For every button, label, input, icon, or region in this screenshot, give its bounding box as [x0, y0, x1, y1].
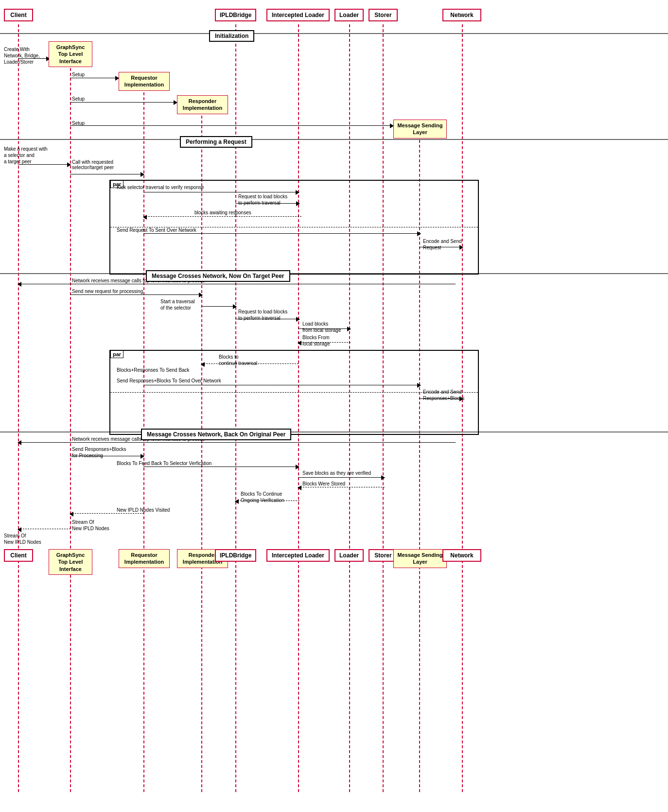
loader-label-top: Loader [339, 12, 359, 18]
blocks-continue-label: Blocks tocontinue traversal [219, 354, 272, 366]
sequence-diagram: Client IPLDBridge Intercepted Loader Loa… [0, 0, 668, 812]
actor-intercepted-top: Intercepted Loader [266, 9, 330, 21]
graphsync-bottom: GraphSyncTop LevelInterface [49, 549, 92, 575]
arrow-send-new-request [70, 294, 202, 295]
arrow-send-request [143, 233, 421, 234]
arrow-stream-ipld [18, 529, 70, 529]
blocks-awaiting-label: blocks awaiting responses [194, 210, 251, 215]
arrow-graphsync-requestor [70, 174, 144, 174]
setup3-label: Setup [72, 121, 85, 126]
arrow-send-resp-blocks [143, 385, 421, 385]
call-selector-label: Call with requestedselector/target peer [72, 159, 114, 170]
request-load-blocks-1-label: Request to load blocksto perform travers… [238, 193, 301, 206]
network-label-bottom: Network [450, 552, 473, 559]
request-load-blocks-2-label: Request to load blocksto perform travers… [238, 309, 301, 321]
arrow-setup3 [70, 125, 393, 126]
actor-network-top: Network [442, 9, 481, 21]
arrow-setup1 [70, 78, 119, 78]
actor-ipldbridge-bottom: IPLDBridge [215, 549, 256, 562]
arrow-network-receives-2 [18, 442, 456, 443]
actor-client-bottom: Client [4, 549, 33, 562]
actor-network-bottom: Network [442, 549, 481, 562]
create-label: Create WithNetwork, Bridge,Loader/Storer [4, 46, 48, 65]
make-request-label: Make a request witha selector anda targe… [4, 146, 53, 165]
load-blocks-label: Load blocksfrom local storage [302, 321, 351, 333]
stream-client-label: Stream OfNew IPLD Nodes [4, 533, 53, 545]
arrow-save-blocks [298, 477, 385, 478]
init-label: Initialization [209, 30, 254, 42]
ipldbridge-label: IPLDBridge [220, 12, 251, 18]
stream-ipld-nodes-label: Stream OfNew IPLD Nodes [72, 519, 125, 532]
send-resp-blocks-proc-label: Send Responses+Blocksfor Processing [72, 446, 130, 459]
performing-line [0, 139, 668, 140]
par-label-2: par [110, 350, 123, 358]
target-label: Message Crosses Network, Now On Target P… [146, 270, 290, 282]
lifeline-graphsync [70, 68, 71, 792]
setup2-label: Setup [72, 96, 85, 102]
requestor-note: RequestorImplementation [119, 72, 170, 91]
send-resp-blocks-label: Send Responses+Blocks To Send Over Netwo… [117, 378, 221, 383]
actor-ipldbridge-top: IPLDBridge [215, 9, 256, 21]
arrow-setup2 [70, 102, 177, 103]
blocks-responses-label: Blocks+Responses To Send Back [117, 367, 190, 373]
arrow-blocks-resp-placeholder [143, 373, 144, 374]
init-line-top [0, 33, 668, 34]
back-label: Message Crosses Network, Back On Origina… [141, 429, 291, 440]
performing-label: Performing a Request [180, 136, 252, 148]
actor-intercepted-bottom: Intercepted Loader [266, 549, 330, 562]
requestor-bottom: RequestorImplementation [119, 549, 170, 568]
graphsync-note: GraphSyncTop LevelInterface [49, 41, 92, 67]
actor-client-top: Client [4, 9, 33, 21]
intercepted-label-bottom: Intercepted Loader [272, 552, 324, 559]
arrow-blocks-awaiting [143, 216, 301, 217]
actor-loader-top: Loader [334, 9, 364, 21]
new-ipld-nodes-label: New IPLD Nodes Visited [117, 507, 170, 513]
send-new-request-label: Send new request for processing [72, 289, 143, 294]
arrow-kick [143, 192, 299, 192]
encode-send-label: Encode and SendRequest [423, 238, 472, 251]
actor-loader-bottom: Loader [334, 549, 364, 562]
encode-send-resp-label: Encode and SendResponses+Blocks [423, 389, 476, 401]
responder-note: ResponderImplementation [177, 95, 228, 114]
setup1-label: Setup [72, 72, 85, 77]
arrow-network-receives-1 [18, 284, 456, 284]
start-traversal-label: Start a traversalof the selector [160, 298, 224, 311]
message-sending-note: Message SendingLayer [393, 120, 447, 138]
arrow-new-ipld [70, 513, 144, 514]
actor-storer-top: Storer [369, 9, 398, 21]
blocks-from-local-label: Blocks Fromlocal storage [302, 334, 351, 347]
intercepted-label-top: Intercepted Loader [272, 12, 324, 18]
network-label-top: Network [450, 12, 473, 18]
save-blocks-label: Save blocks as they are verified [302, 470, 371, 476]
blocks-stored-label: Blocks Were Stored [302, 481, 345, 486]
blocks-feed-back-label: Blocks To Feed Back To Selector Verficat… [117, 461, 211, 466]
arrow-blocks-stored [298, 487, 385, 487]
arrow-blocks-feed [143, 466, 299, 467]
blocks-ongoing-label: Blocks To ContinueOngoing Verification [241, 491, 299, 503]
kick-selector-label: Kick selector traversal to verify respon… [117, 185, 204, 190]
message-sending-bottom: Message SendingLayer [393, 549, 447, 568]
storer-label-top: Storer [374, 12, 391, 18]
send-request-network-label: Send Request To Sent Over Network [117, 227, 196, 233]
